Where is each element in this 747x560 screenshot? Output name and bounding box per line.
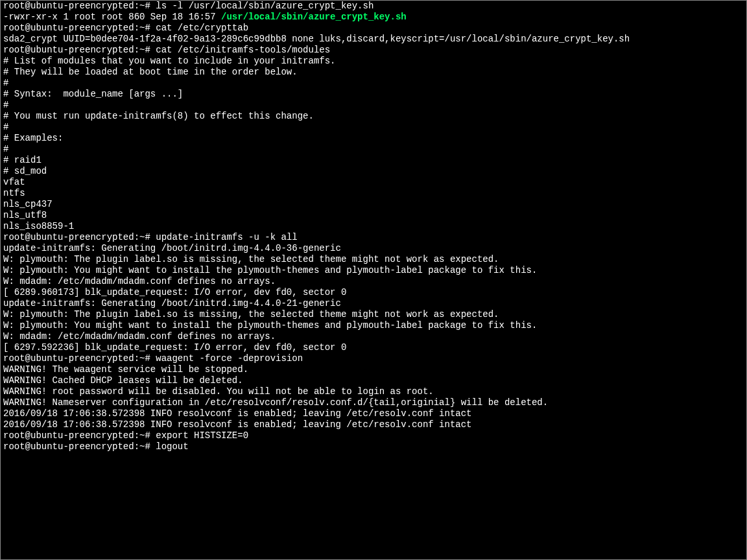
terminal-line: update-initramfs: Generating /boot/initr… [3,243,744,254]
shell-prompt: root@ubuntu-preencrypted:~# [3,1,156,11]
terminal-line: root@ubuntu-preencrypted:~# ls -l /usr/l… [3,1,744,12]
terminal-line: nls_utf8 [3,210,744,221]
terminal-line: WARNING! Cached DHCP leases will be dele… [3,375,744,386]
shell-command: update-initramfs -u -k all [156,232,297,242]
terminal-line: sda2_crypt UUID=b0dee704-1f2a-4f02-9a13-… [3,34,744,45]
shell-prompt: root@ubuntu-preencrypted:~# [3,23,156,33]
terminal-line: # Examples: [3,133,744,144]
terminal-line: # List of modules that you want to inclu… [3,56,744,67]
terminal-line: -rwxr-xr-x 1 root root 860 Sep 18 16:57 … [3,12,744,23]
terminal-line: root@ubuntu-preencrypted:~# cat /etc/ini… [3,45,744,56]
terminal-line: # raid1 [3,155,744,166]
shell-prompt: root@ubuntu-preencrypted:~# [3,441,156,452]
ls-filepath: /usr/local/sbin/azure_crypt_key.sh [221,12,407,22]
terminal-line: W: mdadm: /etc/mdadm/mdadm.conf defines … [3,276,744,287]
shell-prompt: root@ubuntu-preencrypted:~# [3,353,156,364]
terminal-line: nls_cp437 [3,199,744,210]
terminal-line: vfat [3,177,744,188]
shell-command: export HISTSIZE=0 [156,430,248,441]
terminal-line: WARNING! Nameserver configuration in /et… [3,397,744,408]
terminal-window[interactable]: root@ubuntu-preencrypted:~# ls -l /usr/l… [0,0,747,560]
terminal-line: # They will be loaded at boot time in th… [3,67,744,78]
shell-command: waagent -force -deprovision [156,353,303,364]
terminal-line: root@ubuntu-preencrypted:~# cat /etc/cry… [3,23,744,34]
terminal-line: 2016/09/18 17:06:38.572398 INFO resolvco… [3,408,744,419]
terminal-line: update-initramfs: Generating /boot/initr… [3,298,744,309]
terminal-line: W: plymouth: You might want to install t… [3,265,744,276]
shell-command: cat /etc/crypttab [156,23,248,33]
terminal-line: WARNING! root password will be disabled.… [3,386,744,397]
terminal-line: root@ubuntu-preencrypted:~# waagent -for… [3,353,744,364]
terminal-line: root@ubuntu-preencrypted:~# logout [3,441,744,452]
terminal-line: ntfs [3,188,744,199]
ls-meta: -rwxr-xr-x 1 root root 860 Sep 18 16:57 [3,12,221,22]
shell-command: ls -l /usr/local/sbin/azure_crypt_key.sh [156,1,374,11]
terminal-line: WARNING! The waagent service will be sto… [3,364,744,375]
terminal-line: [ 6297.592236] blk_update_request: I/O e… [3,342,744,353]
shell-prompt: root@ubuntu-preencrypted:~# [3,45,156,55]
terminal-line: nls_iso8859-1 [3,221,744,232]
shell-command: logout [156,441,188,452]
terminal-line: W: mdadm: /etc/mdadm/mdadm.conf defines … [3,331,744,342]
terminal-line: W: plymouth: You might want to install t… [3,320,744,331]
terminal-line: # [3,122,744,133]
terminal-line: # You must run update-initramfs(8) to ef… [3,111,744,122]
terminal-line: W: plymouth: The plugin label.so is miss… [3,254,744,265]
terminal-line: W: plymouth: The plugin label.so is miss… [3,309,744,320]
terminal-line: root@ubuntu-preencrypted:~# export HISTS… [3,430,744,441]
shell-prompt: root@ubuntu-preencrypted:~# [3,232,156,242]
terminal-line: [ 6289.960173] blk_update_request: I/O e… [3,287,744,298]
shell-prompt: root@ubuntu-preencrypted:~# [3,430,156,441]
terminal-line: # [3,78,744,89]
terminal-line: # Syntax: module_name [args ...] [3,89,744,100]
shell-command: cat /etc/initramfs-tools/modules [156,45,330,55]
terminal-line: # [3,100,744,111]
terminal-line: # sd_mod [3,166,744,177]
terminal-line: 2016/09/18 17:06:38.572398 INFO resolvco… [3,419,744,430]
terminal-line: # [3,144,744,155]
terminal-line: root@ubuntu-preencrypted:~# update-initr… [3,232,744,243]
